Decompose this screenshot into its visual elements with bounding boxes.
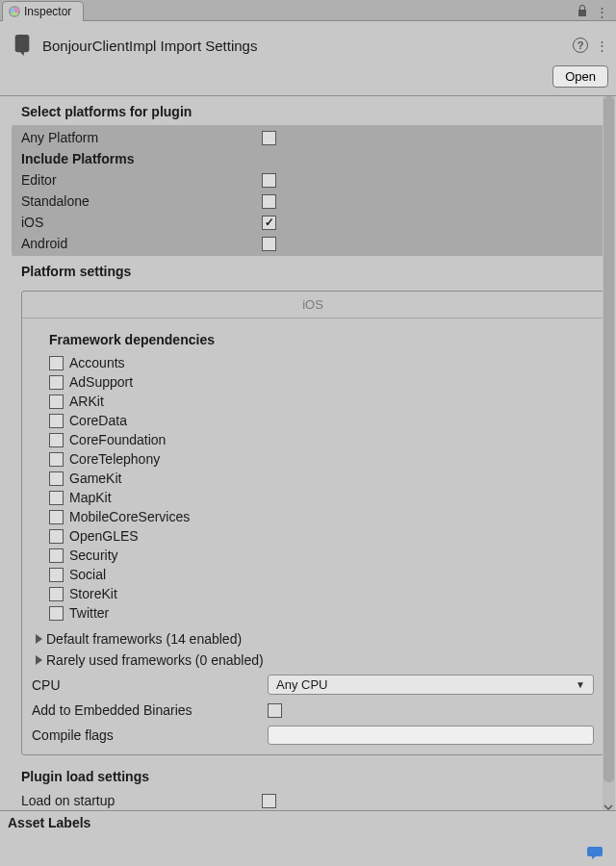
framework-item: MobileCoreServices [49, 507, 592, 526]
platform-settings-tab[interactable]: iOS [22, 292, 603, 318]
cpu-dropdown[interactable]: Any CPU ▼ [268, 675, 594, 695]
platform-label: iOS [21, 215, 262, 230]
platforms-section-title: Select platforms for plugin [0, 96, 616, 125]
framework-label: Accounts [69, 355, 125, 370]
framework-checkbox[interactable] [49, 568, 64, 582]
platforms-block: Any Platform Include Platforms EditorSta… [12, 125, 604, 256]
framework-item: Security [49, 546, 592, 565]
framework-checkbox[interactable] [49, 606, 64, 621]
framework-checkbox[interactable] [49, 529, 64, 544]
load-on-startup-row: Load on startup [0, 790, 616, 810]
platform-checkbox[interactable] [262, 216, 276, 230]
framework-checkbox[interactable] [49, 491, 64, 505]
tab-label: Inspector [24, 5, 71, 18]
default-frameworks-label: Default frameworks (14 enabled) [46, 631, 242, 647]
framework-checkbox[interactable] [49, 471, 64, 486]
framework-label: CoreData [69, 413, 127, 428]
framework-item: AdSupport [49, 372, 592, 392]
framework-item: StoreKit [49, 584, 592, 603]
framework-checkbox[interactable] [49, 356, 64, 370]
panel-menu-icon[interactable]: ⋮ [596, 5, 608, 19]
load-on-startup-checkbox[interactable] [262, 794, 276, 808]
framework-label: MapKit [69, 490, 112, 505]
framework-checkbox[interactable] [49, 548, 64, 563]
framework-item: CoreFoundation [49, 430, 592, 449]
framework-item: Twitter [49, 603, 592, 623]
any-platform-label: Any Platform [21, 130, 262, 145]
asset-labels-title: Asset Labels [8, 815, 90, 830]
platform-checkbox[interactable] [262, 173, 276, 188]
help-icon[interactable]: ? [573, 38, 588, 53]
embedded-checkbox[interactable] [268, 703, 282, 718]
asset-title: BonjourClientImpl Import Settings [42, 38, 257, 54]
compile-flags-label: Compile flags [32, 727, 268, 743]
header-menu-icon[interactable]: ⋮ [596, 38, 608, 53]
inspector-header: BonjourClientImpl Import Settings ? ⋮ [0, 21, 616, 64]
framework-label: MobileCoreServices [69, 509, 190, 524]
framework-checkbox[interactable] [49, 510, 64, 524]
framework-checkbox[interactable] [49, 395, 64, 409]
framework-label: StoreKit [69, 586, 117, 601]
platform-settings-box: iOS Framework dependencies AccountsAdSup… [21, 291, 604, 755]
framework-item: Social [49, 565, 592, 584]
platform-checkbox[interactable] [262, 194, 276, 209]
scrollbar-down-icon[interactable] [603, 801, 613, 810]
framework-label: ARKit [69, 394, 104, 409]
tab-inspector[interactable]: Inspector [2, 1, 84, 21]
cpu-label: CPU [32, 677, 268, 693]
chevron-down-icon: ▼ [576, 679, 585, 690]
platform-checkbox[interactable] [262, 237, 276, 251]
scrollbar-thumb[interactable] [603, 96, 614, 782]
framework-checkbox[interactable] [49, 375, 64, 390]
embedded-row: Add to Embedded Binaries [22, 699, 603, 722]
foldout-arrow-icon [36, 655, 42, 665]
framework-checkbox[interactable] [49, 433, 64, 447]
asset-labels-panel: Asset Labels [0, 810, 616, 866]
framework-item: GameKit [49, 469, 592, 488]
content-scroll[interactable]: Select platforms for plugin Any Platform… [0, 96, 616, 810]
plugin-icon [12, 31, 33, 60]
any-platform-checkbox[interactable] [262, 131, 276, 145]
platform-label: Android [21, 236, 262, 251]
default-frameworks-foldout[interactable]: Default frameworks (14 enabled) [22, 628, 603, 650]
framework-label: Social [69, 567, 106, 582]
rarely-frameworks-label: Rarely used frameworks (0 enabled) [46, 652, 264, 668]
include-platforms-label: Include Platforms [21, 151, 134, 166]
framework-checkbox[interactable] [49, 414, 64, 428]
framework-checkbox[interactable] [49, 452, 64, 467]
rarely-frameworks-foldout[interactable]: Rarely used frameworks (0 enabled) [22, 650, 603, 671]
framework-label: OpenGLES [69, 528, 139, 544]
inspector-icon [9, 6, 20, 17]
scrollbar-track[interactable] [603, 96, 615, 810]
platform-label: Editor [21, 172, 262, 188]
framework-label: CoreTelephony [69, 451, 160, 467]
framework-deps-title: Framework dependencies [22, 318, 603, 353]
tab-strip: Inspector ⋮ [0, 0, 616, 21]
compile-flags-row: Compile flags [22, 722, 603, 749]
platform-row: Android [12, 233, 604, 254]
foldout-arrow-icon [36, 634, 42, 644]
framework-checkbox[interactable] [49, 587, 64, 601]
framework-item: ARKit [49, 392, 592, 411]
framework-item: Accounts [49, 353, 592, 372]
platform-label: Standalone [21, 193, 262, 209]
platform-settings-title: Platform settings [0, 256, 616, 285]
compile-flags-input[interactable] [268, 726, 594, 745]
platform-row: iOS [12, 212, 604, 233]
include-platforms-heading: Include Platforms [12, 148, 604, 169]
framework-label: AdSupport [69, 374, 133, 390]
framework-label: GameKit [69, 471, 121, 486]
load-on-startup-label: Load on startup [21, 793, 262, 808]
label-tag-icon[interactable] [587, 845, 604, 860]
framework-label: CoreFoundation [69, 432, 166, 447]
framework-item: CoreTelephony [49, 449, 592, 469]
lock-icon[interactable] [577, 4, 588, 20]
plugin-load-title: Plugin load settings [0, 755, 616, 790]
framework-label: Security [69, 548, 118, 563]
framework-item: OpenGLES [49, 526, 592, 546]
platform-row: Standalone [12, 191, 604, 212]
framework-item: CoreData [49, 411, 592, 430]
open-button[interactable]: Open [552, 65, 608, 88]
cpu-row: CPU Any CPU ▼ [22, 671, 603, 699]
platform-row: Editor [12, 169, 604, 191]
